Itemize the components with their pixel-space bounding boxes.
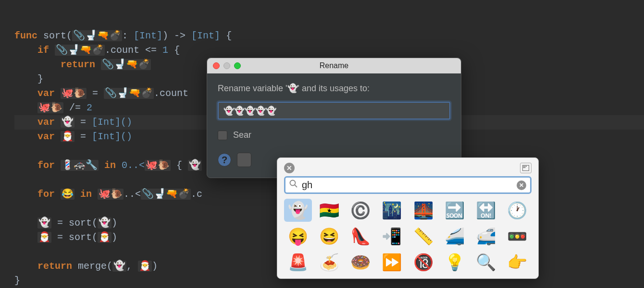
emoji-cell[interactable]: ⏩ xyxy=(378,251,406,274)
emoji-cell[interactable]: 🕐 xyxy=(503,199,531,222)
mid-var4: 🐙🐌 xyxy=(98,189,124,200)
svg-rect-1 xyxy=(523,166,524,167)
return-type: [Int] xyxy=(191,30,220,41)
emoji-cell[interactable]: 🚄 xyxy=(441,225,469,248)
count-prop2: .count xyxy=(154,88,188,99)
emoji-cell[interactable]: 🔛 xyxy=(472,199,500,222)
svg-rect-2 xyxy=(524,166,525,167)
dialog-button[interactable] xyxy=(237,153,251,167)
search-checkbox[interactable] xyxy=(218,131,227,140)
keyword-for2: for xyxy=(37,189,55,200)
emoji-picker: ✕ ✕ 👻🇬🇭©️🌃🌉🔜🔛🕐😝😆👠📲📏🚄🚅🚥🚨🍝🍩⏩🔞💡🔍👉 xyxy=(277,157,539,279)
clear-search-button[interactable]: ✕ xyxy=(517,180,526,190)
emoji-cell[interactable]: 📲 xyxy=(378,225,406,248)
help-button[interactable]: ? xyxy=(218,153,231,167)
emoji-cell[interactable]: 👻 xyxy=(284,199,312,222)
svg-point-6 xyxy=(290,180,296,186)
int-init: [Int]() xyxy=(92,117,132,128)
emoji-cell[interactable]: 🇬🇭 xyxy=(315,199,343,222)
comma: , xyxy=(126,261,132,272)
keyword-return: return xyxy=(61,59,95,70)
rename-label-var: 👻 xyxy=(287,84,298,93)
search-icon xyxy=(289,180,298,191)
rename-label-b: ' and its usages to: xyxy=(298,84,370,93)
array-var2: 📎🚽🔫💣 xyxy=(104,88,154,99)
sort-call2: sort xyxy=(69,232,92,243)
keyword-if: if xyxy=(37,45,49,56)
keyword-return2: return xyxy=(37,261,72,272)
eq-op2: = xyxy=(80,117,86,128)
emoji-cell[interactable]: 👉 xyxy=(503,251,531,274)
array-var: 📎🚽🔫💣 xyxy=(55,45,105,56)
emoji-cell[interactable]: 😝 xyxy=(284,225,312,248)
emoji-grid: 👻🇬🇭©️🌃🌉🔜🔛🕐😝😆👠📲📏🚄🚅🚥🚨🍝🍩⏩🔞💡🔍👉 xyxy=(277,199,538,274)
loop2-var: 😂 xyxy=(61,189,74,200)
emoji-cell[interactable]: 🔜 xyxy=(441,199,469,222)
rename-label-a: Rename variable ' xyxy=(218,84,287,93)
ghost-arg: 👻 xyxy=(98,217,111,228)
keyword-in: in xyxy=(104,160,116,171)
range2a: ..< xyxy=(124,189,141,200)
mid-var: 🐙🐌 xyxy=(61,88,87,99)
arr-var3: 📎🚽🔫💣 xyxy=(141,189,191,200)
emoji-cell[interactable]: 🚅 xyxy=(472,225,500,248)
keyword-var: var xyxy=(37,88,55,99)
emoji-search-field[interactable]: ✕ xyxy=(284,176,532,194)
div-op: /= xyxy=(69,102,81,113)
svg-line-7 xyxy=(295,185,297,187)
emoji-cell[interactable]: 🚨 xyxy=(284,251,312,274)
param-type: [Int] xyxy=(134,30,162,41)
num-two: 2 xyxy=(87,102,92,113)
eq-op3: = xyxy=(80,131,86,142)
range1: 0..< xyxy=(122,160,145,171)
merge-call: merge xyxy=(78,261,107,272)
search-label: Sear xyxy=(233,130,251,140)
keyword-in2: in xyxy=(80,189,92,200)
picker-close-button[interactable]: ✕ xyxy=(284,163,295,173)
rename-label: Rename variable '👻' and its usages to: xyxy=(218,82,450,95)
emoji-cell[interactable]: 🍩 xyxy=(347,251,374,274)
svg-rect-3 xyxy=(526,166,527,167)
ghost-frag: 👻 xyxy=(188,160,202,171)
emoji-cell[interactable]: ©️ xyxy=(347,199,374,222)
eq-op: = xyxy=(92,88,98,99)
svg-rect-4 xyxy=(523,167,524,168)
emoji-cell[interactable]: 🌃 xyxy=(378,199,406,222)
emoji-cell[interactable]: 📏 xyxy=(409,225,437,248)
emoji-cell[interactable]: 😆 xyxy=(315,225,343,248)
santa-assign: 🎅 xyxy=(37,232,51,243)
emoji-cell[interactable]: 🌉 xyxy=(409,199,437,222)
return-val: 📎🚽🔫💣 xyxy=(101,59,151,70)
emoji-cell[interactable]: 🔍 xyxy=(472,251,500,274)
merge-santa: 🎅 xyxy=(138,261,152,272)
emoji-cell[interactable]: 💡 xyxy=(441,251,469,274)
mid-var2: 🐙🐌 xyxy=(37,102,63,113)
function-name: sort xyxy=(43,30,66,41)
emoji-cell[interactable]: 🚥 xyxy=(503,225,531,248)
mid-var3: 🐙🐌 xyxy=(145,160,171,171)
le-op: <= xyxy=(145,45,157,56)
santa-arg: 🎅 xyxy=(98,232,111,243)
num-one: 1 xyxy=(162,45,168,56)
loop1-var: 💈🚓🔧 xyxy=(61,160,99,171)
keyword-var2: var xyxy=(37,117,55,128)
dot-c: .c xyxy=(191,189,202,200)
param-name-emoji: 📎🚽🔫💣 xyxy=(72,30,122,41)
emoji-cell[interactable]: 🔞 xyxy=(409,251,437,274)
int-init2: [Int]() xyxy=(92,131,132,142)
emoji-cell[interactable]: 🍝 xyxy=(315,251,343,274)
keyword-func: func xyxy=(14,30,37,41)
santa-var: 🎅 xyxy=(61,131,74,142)
keyword-for: for xyxy=(37,160,55,171)
count-prop: .count xyxy=(105,45,139,56)
picker-expand-button[interactable] xyxy=(520,163,532,173)
rename-input[interactable] xyxy=(218,102,450,120)
svg-rect-5 xyxy=(524,167,525,168)
emoji-cell[interactable]: 👠 xyxy=(347,225,374,248)
window-title: Rename xyxy=(207,61,461,70)
titlebar[interactable]: Rename xyxy=(207,58,461,73)
emoji-search-input[interactable] xyxy=(302,180,513,191)
ghost-assign: 👻 xyxy=(37,217,51,228)
sort-call1: sort xyxy=(69,217,92,228)
merge-ghost: 👻 xyxy=(112,261,126,272)
